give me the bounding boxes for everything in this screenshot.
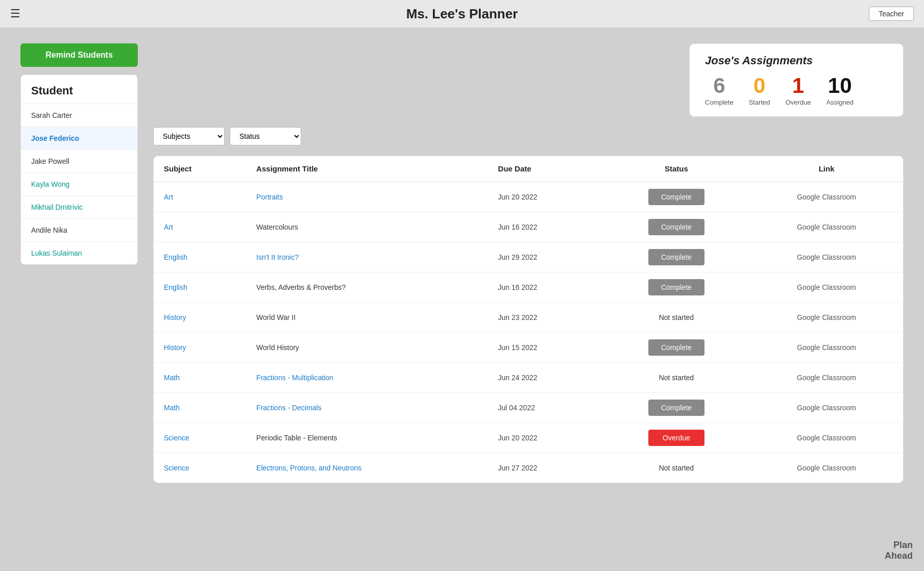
- subject-link[interactable]: Science: [164, 464, 189, 472]
- cell-status: Complete: [603, 212, 750, 242]
- status-badge: Complete: [648, 339, 704, 356]
- cell-title: Electrons, Protons, and Neutrons: [246, 453, 488, 483]
- cell-due-date: Jun 24 2022: [488, 363, 603, 393]
- cell-link[interactable]: Google Classroom: [750, 423, 903, 453]
- cell-link[interactable]: Google Classroom: [750, 363, 903, 393]
- stats-title: Jose's Assignments: [705, 54, 888, 67]
- subject-link[interactable]: Math: [164, 374, 180, 382]
- main-content: Remind Students Student Sarah CarterJose…: [0, 28, 924, 571]
- cell-status: Complete: [603, 272, 750, 303]
- student-item[interactable]: Lukas Sulaiman: [21, 242, 137, 264]
- student-item[interactable]: Kayla Wong: [21, 173, 137, 196]
- cell-subject: Art: [154, 182, 246, 212]
- cell-subject: Science: [154, 453, 246, 483]
- student-item[interactable]: Mikhail Dmitrivic: [21, 196, 137, 219]
- table-row: HistoryWorld HistoryJun 15 2022CompleteG…: [154, 333, 903, 363]
- status-badge: Complete: [648, 400, 704, 416]
- stat-complete-label: Complete: [705, 98, 734, 106]
- cell-subject: Math: [154, 393, 246, 423]
- cell-title: Isn't It Ironic?: [246, 242, 488, 272]
- subject-link[interactable]: History: [164, 313, 186, 321]
- col-status: Status: [603, 156, 750, 182]
- status-filter[interactable]: StatusCompleteStartedOverdueNot started: [230, 127, 301, 145]
- status-badge: Not started: [648, 460, 704, 476]
- menu-icon[interactable]: ☰: [10, 7, 20, 20]
- cell-due-date: Jun 16 2022: [488, 272, 603, 303]
- subject-link[interactable]: Art: [164, 193, 173, 201]
- cell-status: Complete: [603, 333, 750, 363]
- cell-link[interactable]: Google Classroom: [750, 333, 903, 363]
- table-row: SciencePeriodic Table - ElementsJun 20 2…: [154, 423, 903, 453]
- teacher-button[interactable]: Teacher: [869, 7, 914, 21]
- page-title: Ms. Lee's Planner: [406, 6, 518, 22]
- cell-status: Not started: [603, 363, 750, 393]
- student-item[interactable]: Jake Powell: [21, 150, 137, 173]
- stat-started: 0 Started: [749, 75, 770, 106]
- watermark-line2: Ahead: [885, 551, 913, 561]
- subject-link[interactable]: English: [164, 253, 187, 261]
- subject-link[interactable]: Math: [164, 404, 180, 412]
- subjects-filter[interactable]: SubjectsArtEnglishHistoryMathScience: [153, 127, 225, 145]
- cell-link[interactable]: Google Classroom: [750, 393, 903, 423]
- cell-title: Verbs, Adverbs & Proverbs?: [246, 272, 488, 303]
- student-item[interactable]: Sarah Carter: [21, 104, 137, 127]
- right-panel: Jose's Assignments 6 Complete 0 Started …: [153, 43, 904, 556]
- cell-status: Complete: [603, 242, 750, 272]
- cell-due-date: Jun 23 2022: [488, 303, 603, 333]
- left-panel: Remind Students Student Sarah CarterJose…: [20, 43, 138, 556]
- cell-link[interactable]: Google Classroom: [750, 242, 903, 272]
- cell-status: Complete: [603, 393, 750, 423]
- stat-assigned: 10 Assigned: [826, 75, 853, 106]
- table-body: ArtPortraitsJun 20 2022CompleteGoogle Cl…: [154, 182, 903, 483]
- col-subject: Subject: [154, 156, 246, 182]
- table-row: HistoryWorld War IIJun 23 2022Not starte…: [154, 303, 903, 333]
- table-header-row: Subject Assignment Title Due Date Status…: [154, 156, 903, 182]
- cell-due-date: Jun 27 2022: [488, 453, 603, 483]
- student-item[interactable]: Andile Nika: [21, 219, 137, 242]
- stat-assigned-value: 10: [828, 75, 852, 96]
- cell-subject: Math: [154, 363, 246, 393]
- assignments-table: Subject Assignment Title Due Date Status…: [153, 156, 904, 483]
- cell-subject: English: [154, 272, 246, 303]
- table-row: EnglishVerbs, Adverbs & Proverbs?Jun 16 …: [154, 272, 903, 303]
- stat-overdue-value: 1: [792, 75, 804, 96]
- col-link: Link: [750, 156, 903, 182]
- table: Subject Assignment Title Due Date Status…: [154, 156, 903, 483]
- status-badge: Complete: [648, 219, 704, 235]
- subject-link[interactable]: Science: [164, 434, 189, 442]
- cell-link[interactable]: Google Classroom: [750, 182, 903, 212]
- assignment-title-link[interactable]: Fractions - Decimals: [256, 404, 322, 412]
- table-row: MathFractions - MultiplicationJun 24 202…: [154, 363, 903, 393]
- table-header: Subject Assignment Title Due Date Status…: [154, 156, 903, 182]
- student-list: Student Sarah CarterJose FedericoJake Po…: [20, 75, 138, 265]
- cell-link[interactable]: Google Classroom: [750, 303, 903, 333]
- cell-title: Watercolours: [246, 212, 488, 242]
- assignment-title-link[interactable]: Isn't It Ironic?: [256, 253, 299, 261]
- stats-card: Jose's Assignments 6 Complete 0 Started …: [689, 43, 904, 117]
- stats-numbers: 6 Complete 0 Started 1 Overdue 10 Assign…: [705, 75, 888, 106]
- cell-due-date: Jun 20 2022: [488, 182, 603, 212]
- subject-link[interactable]: English: [164, 283, 187, 291]
- assignment-title-link[interactable]: Electrons, Protons, and Neutrons: [256, 464, 361, 472]
- header: ☰ Ms. Lee's Planner Teacher: [0, 0, 924, 28]
- status-badge: Complete: [648, 189, 704, 205]
- cell-due-date: Jun 15 2022: [488, 333, 603, 363]
- remind-students-button[interactable]: Remind Students: [20, 43, 138, 67]
- status-badge: Not started: [648, 309, 704, 326]
- table-row: ScienceElectrons, Protons, and NeutronsJ…: [154, 453, 903, 483]
- cell-title: World War II: [246, 303, 488, 333]
- cell-link[interactable]: Google Classroom: [750, 272, 903, 303]
- cell-status: Not started: [603, 303, 750, 333]
- assignment-title-link[interactable]: Fractions - Multiplication: [256, 374, 333, 382]
- subject-link[interactable]: History: [164, 343, 186, 352]
- stat-started-label: Started: [749, 98, 770, 106]
- cell-link[interactable]: Google Classroom: [750, 453, 903, 483]
- cell-subject: English: [154, 242, 246, 272]
- cell-link[interactable]: Google Classroom: [750, 212, 903, 242]
- assignment-title-link[interactable]: Portraits: [256, 193, 283, 201]
- subject-link[interactable]: Art: [164, 223, 173, 231]
- table-row: MathFractions - DecimalsJul 04 2022Compl…: [154, 393, 903, 423]
- stat-started-value: 0: [753, 75, 765, 96]
- student-item[interactable]: Jose Federico: [21, 127, 137, 150]
- student-list-header: Student: [21, 75, 137, 104]
